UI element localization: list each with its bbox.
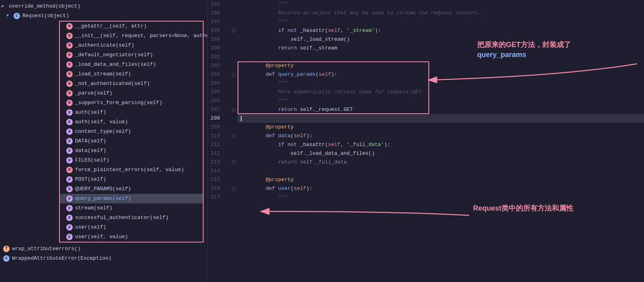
sidebar-item-override-method[interactable]: ▶ override_method(object) (0, 2, 207, 11)
gutter-208 (230, 114, 238, 123)
line-numbers: 195 196 197 198 199 200 201 202 203 204 … (208, 0, 230, 282)
line-num-208: 208 (208, 114, 223, 123)
sidebar-item-user[interactable]: p user(self) (60, 223, 203, 232)
sidebar-item-label: stream(self) (75, 204, 113, 212)
gutter-200 (230, 44, 238, 53)
method-badge: m (66, 81, 73, 87)
property-badge: p (66, 195, 73, 202)
class-badge: c (3, 255, 10, 262)
sidebar-item-getattr[interactable]: m __getattr__(self, attr) (60, 22, 203, 31)
sidebar-item-label: POST(self) (75, 176, 106, 183)
line-num-217: 217 (208, 193, 223, 202)
sidebar-item-default-negotiator[interactable]: m _default_negotiator(self) (60, 50, 203, 60)
line-num-196: 196 (208, 9, 223, 18)
line-num-209: 209 (208, 123, 223, 132)
sidebar-item-not-authenticated[interactable]: m _not_authenticated(self) (60, 79, 203, 89)
property-badge: p (66, 176, 73, 183)
gutter-201 (230, 53, 238, 61)
property-badge: p (66, 148, 73, 154)
gutter-214 (230, 167, 238, 176)
file-tree-sidebar[interactable]: ▶ override_method(object) ▼ c Request(ob… (0, 0, 208, 282)
code-line-217: """ (238, 193, 644, 202)
gutter-211 (230, 140, 238, 149)
sidebar-item-query-params[interactable]: p query_params(self) (60, 194, 203, 203)
code-line-199: self._load_stream() (238, 35, 644, 44)
sidebar-item-label: QUERY_PARAMS(self) (75, 185, 131, 193)
code-line-210: def data(self): (238, 132, 644, 140)
line-num-203: 203 (208, 70, 223, 79)
method-badge: m (66, 167, 73, 173)
sidebar-item-label: wrap_attributeerrors() (12, 245, 81, 253)
code-line-197: """ (238, 18, 644, 26)
line-num-205: 205 (208, 88, 223, 97)
gutter-210 (230, 132, 238, 140)
method-badge: m (66, 52, 73, 58)
sidebar-item-content-type[interactable]: p content_type(self) (60, 127, 203, 136)
code-line-207: return self._request.GET (238, 105, 644, 114)
sidebar-item-wrap-attr[interactable]: f wrap_attributeerrors() (0, 244, 207, 254)
class-badge: c (14, 13, 20, 19)
gutter-198 (230, 26, 238, 35)
sidebar-item-authenticate[interactable]: m _authenticate(self) (60, 41, 203, 50)
sidebar-item-label: _supports_form_parsing(self) (75, 99, 162, 107)
line-num-213: 213 (208, 158, 223, 167)
sidebar-item-label: _not_authenticated(self) (75, 80, 150, 88)
sidebar-item-data-upper[interactable]: p DATA(self) (60, 136, 203, 146)
sidebar-item-label: query_params(self) (75, 195, 131, 203)
sidebar-item-post[interactable]: p POST(self) (60, 175, 203, 184)
sidebar-item-files[interactable]: p FILES(self) (60, 156, 203, 165)
sidebar-item-successful-auth[interactable]: p successful_authenticator(self) (60, 213, 203, 223)
code-line-198: if not _hasattr(self, '_stream'): (238, 26, 644, 35)
code-line-200: return self._stream (238, 44, 644, 53)
sidebar-item-label: _load_data_and_files(self) (75, 61, 156, 69)
sidebar-item-load-stream[interactable]: m _load_stream(self) (60, 69, 203, 79)
sidebar-item-query-params-upper[interactable]: p QUERY_PARAMS(self) (60, 184, 203, 194)
sidebar-item-user-value[interactable]: p user(self, value) (60, 232, 203, 242)
property-badge: p (66, 186, 73, 192)
property-badge: p (66, 128, 73, 135)
line-num-197: 197 (208, 18, 223, 26)
code-content[interactable]: """ Returns an object that may be used t… (238, 0, 644, 282)
gutter-206 (230, 97, 238, 105)
gutter-197 (230, 18, 238, 26)
sidebar-item-request[interactable]: ▼ c Request(object) (0, 11, 207, 21)
line-num-216: 216 (208, 184, 223, 193)
sidebar-item-data-lower[interactable]: p data(self) (60, 146, 203, 156)
property-badge: p (66, 119, 73, 125)
code-line-204: """ (238, 79, 644, 88)
line-num-198: 198 (208, 26, 223, 35)
code-line-206: """ (238, 97, 644, 105)
sidebar-item-force-plaintext[interactable]: m force_plaintext_errors(self, value) (60, 165, 203, 175)
code-line-212: self._load_data_and_files() (238, 149, 644, 158)
method-badge: m (66, 61, 73, 68)
line-num-214: 214 (208, 167, 223, 176)
code-area: 195 196 197 198 199 200 201 202 203 204 … (208, 0, 644, 282)
sidebar-item-label: auth(self) (75, 108, 106, 116)
gutter-207 (230, 105, 238, 114)
sidebar-item-label: __init__(self, request, parsers=None, au… (75, 32, 208, 40)
sidebar-item-label: _authenticate(self) (75, 41, 134, 49)
sidebar-item-wrapped-attr-error[interactable]: c WrappedAttributeError(Exception) (0, 254, 207, 263)
sidebar-item-auth-value[interactable]: p auth(self, value) (60, 117, 203, 127)
annotation-bottom-text: Request类中的所有方法和属性 (473, 203, 573, 213)
sidebar-item-label: user(self) (75, 223, 106, 231)
sidebar-item-supports-form[interactable]: m _supports_form_parsing(self) (60, 98, 203, 108)
sidebar-item-label: DATA(self) (75, 137, 106, 145)
sidebar-item-label: data(self) (75, 147, 106, 155)
method-badge: m (66, 23, 73, 30)
sidebar-item-stream[interactable]: p stream(self) (60, 203, 203, 213)
sidebar-item-load-data-files[interactable]: m _load_data_and_files(self) (60, 60, 203, 69)
line-num-211: 211 (208, 140, 223, 149)
sidebar-item-auth[interactable]: p auth(self) (60, 108, 203, 117)
gutter-202 (230, 61, 238, 70)
sidebar-item-label: force_plaintext_errors(self, value) (75, 166, 184, 174)
gutter-215 (230, 176, 238, 184)
sidebar-item-label: Request(object) (22, 12, 69, 20)
property-badge: p (66, 205, 73, 211)
sidebar-item-label: WrappedAttributeError(Exception) (12, 254, 112, 262)
sidebar-item-parse[interactable]: m _parse(self) (60, 89, 203, 98)
expand-arrow-icon: ▼ (6, 12, 13, 20)
code-line-209: @property (238, 123, 644, 132)
sidebar-item-init[interactable]: m __init__(self, request, parsers=None, … (60, 31, 203, 41)
property-badge: p (66, 157, 73, 164)
